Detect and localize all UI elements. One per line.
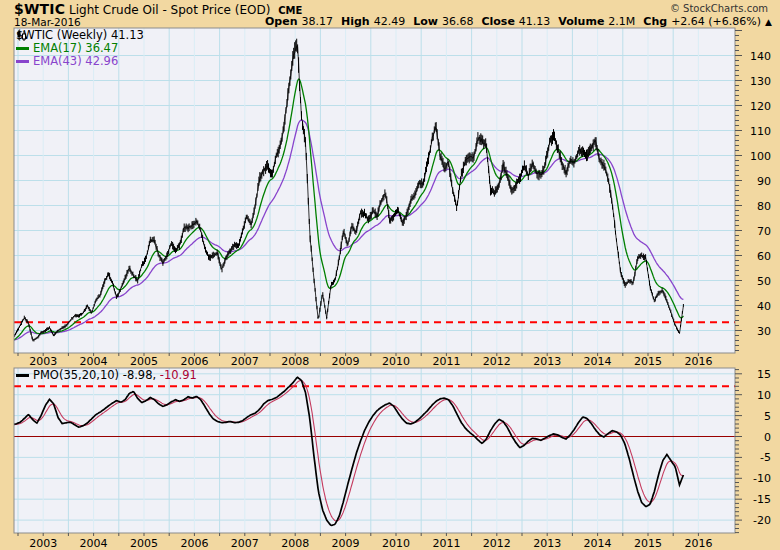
svg-text:50: 50: [757, 275, 771, 288]
quote-value-close: 41.13: [519, 15, 551, 28]
main-legend: $WTIC (Weekly) 41.13 EMA(17) 36.47 EMA(4…: [16, 29, 144, 68]
main-x-axis: 2003200420052006200720082009201020112012…: [18, 353, 712, 368]
svg-text:2008: 2008: [281, 537, 309, 550]
svg-text:2004: 2004: [80, 537, 108, 550]
page-title: Light Crude Oil - Spot Price (EOD): [69, 3, 270, 17]
candlestick-icon: [16, 29, 27, 41]
copyright-label: © StockCharts.com: [670, 3, 768, 14]
svg-text:2014: 2014: [584, 355, 612, 368]
svg-text:-15: -15: [753, 493, 771, 506]
svg-text:2010: 2010: [382, 355, 410, 368]
svg-text:60: 60: [757, 250, 771, 263]
quote-value-open: 38.17: [302, 15, 334, 28]
pmo-legend: PMO(35,20,10) -8.98, -10.91: [16, 369, 197, 382]
svg-text:120: 120: [750, 100, 771, 113]
quote-label-low: Low: [413, 15, 438, 28]
main-legend-label: $WTIC (Weekly) 41.13: [16, 28, 144, 42]
svg-text:2007: 2007: [231, 537, 259, 550]
chart-canvas: 3040506070809010011012013014020032004200…: [0, 0, 780, 550]
svg-text:2011: 2011: [432, 355, 460, 368]
quote-value-volume: 2.1M: [608, 15, 635, 28]
pmo-x-axis: 2003200420052006200720082009201020112012…: [18, 533, 712, 550]
svg-text:2003: 2003: [29, 355, 57, 368]
svg-text:90: 90: [757, 175, 771, 188]
svg-text:2011: 2011: [432, 537, 460, 550]
pmo-swatch: [16, 374, 29, 377]
svg-text:2013: 2013: [533, 537, 561, 550]
svg-text:10: 10: [757, 389, 771, 402]
svg-text:2015: 2015: [634, 537, 662, 550]
svg-text:15: 15: [757, 368, 771, 381]
svg-text:2007: 2007: [231, 355, 259, 368]
svg-text:30: 30: [757, 325, 771, 338]
ema17-legend-label: EMA(17) 36.47: [33, 41, 118, 55]
svg-text:5: 5: [764, 410, 771, 423]
svg-text:2010: 2010: [382, 537, 410, 550]
svg-text:-20: -20: [753, 514, 771, 527]
svg-text:2016: 2016: [684, 355, 712, 368]
svg-text:100: 100: [750, 150, 771, 163]
change-up-arrow-icon: ▲: [765, 17, 772, 27]
svg-text:140: 140: [750, 50, 771, 63]
svg-text:-5: -5: [760, 451, 771, 464]
svg-text:2006: 2006: [180, 355, 208, 368]
ema43-swatch: [16, 60, 29, 63]
svg-text:2012: 2012: [483, 355, 511, 368]
svg-text:2015: 2015: [634, 355, 662, 368]
svg-text:130: 130: [750, 75, 771, 88]
svg-text:2005: 2005: [130, 537, 158, 550]
ema43-legend-label: EMA(43) 42.96: [33, 54, 118, 68]
quote-label-close: Close: [481, 15, 514, 28]
svg-text:2012: 2012: [483, 537, 511, 550]
quote-label-chg: Chg: [643, 15, 667, 28]
quote-label-open: Open: [265, 15, 298, 28]
svg-text:-10: -10: [753, 472, 771, 485]
pmo-legend-label: PMO(35,20,10) -8.98,: [33, 368, 156, 382]
chart-date: 18-Mar-2016: [14, 16, 81, 28]
svg-text:2005: 2005: [130, 355, 158, 368]
quote-bar: Open38.17High42.49Low36.68Close41.13Volu…: [257, 15, 772, 28]
svg-text:2009: 2009: [332, 537, 360, 550]
stockcharts-chart: 3040506070809010011012013014020032004200…: [0, 0, 780, 550]
main-price-panel: 3040506070809010011012013014020032004200…: [12, 28, 771, 368]
quote-value-high: 42.49: [374, 15, 406, 28]
svg-text:2006: 2006: [180, 537, 208, 550]
main-plot-bg: [14, 28, 735, 353]
svg-text:80: 80: [757, 200, 771, 213]
svg-text:0: 0: [764, 431, 771, 444]
svg-text:2004: 2004: [80, 355, 108, 368]
svg-text:2016: 2016: [684, 537, 712, 550]
svg-text:2014: 2014: [584, 537, 612, 550]
main-y-axis: 30405060708090100110120130140: [735, 31, 771, 351]
svg-text:2003: 2003: [29, 537, 57, 550]
svg-text:70: 70: [757, 225, 771, 238]
pmo-signal-value: -10.91: [160, 368, 197, 382]
svg-text:2013: 2013: [533, 355, 561, 368]
svg-text:40: 40: [757, 300, 771, 313]
quote-value-low: 36.68: [442, 15, 474, 28]
quote-label-high: High: [341, 15, 370, 28]
ema43-legend: EMA(43) 42.96: [16, 55, 144, 68]
quote-value-chg: +2.64 (+6.86%): [671, 15, 761, 28]
quote-label-volume: Volume: [558, 15, 604, 28]
svg-text:110: 110: [750, 125, 771, 138]
ticker-symbol: $WTIC: [14, 1, 65, 17]
ema17-swatch: [16, 47, 29, 50]
pmo-y-axis: -20-15-10-5051015: [735, 368, 771, 533]
svg-text:2009: 2009: [332, 355, 360, 368]
pmo-panel: -20-15-10-505101520032004200520062007200…: [12, 368, 771, 550]
svg-text:2008: 2008: [281, 355, 309, 368]
